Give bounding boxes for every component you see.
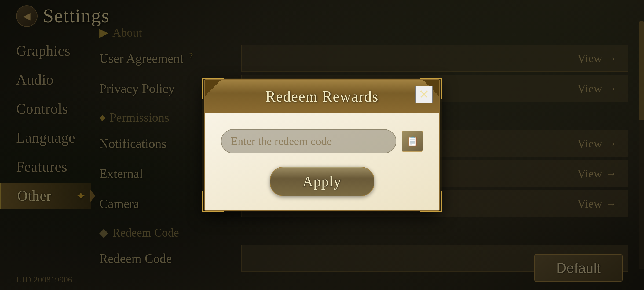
paste-icon: 📋 [407,136,419,147]
modal-body: 📋 Apply [205,113,439,210]
modal-overlay: Redeem Rewards ✕ 📋 Apply [0,0,644,290]
redeem-modal: Redeem Rewards ✕ 📋 Apply [204,79,440,211]
modal-header: Redeem Rewards ✕ [205,80,439,113]
modal-corner-bl [202,191,224,212]
modal-fold-left [205,80,221,96]
modal-corner-br [420,191,442,212]
modal-title: Redeem Rewards [265,88,378,105]
modal-close-button[interactable]: ✕ [415,86,433,103]
redeem-code-input[interactable] [221,129,396,153]
modal-apply-button[interactable]: Apply [270,167,374,196]
modal-input-row: 📋 [221,129,423,153]
paste-button[interactable]: 📋 [402,130,423,152]
